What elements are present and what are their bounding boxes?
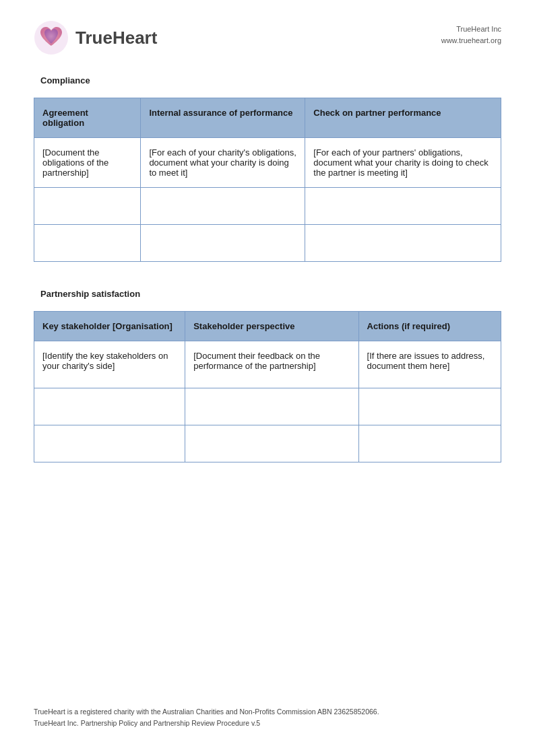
compliance-empty-row-1 (34, 188, 501, 225)
compliance-table: Agreement obligation Internal assurance … (34, 98, 501, 262)
compliance-col-2: Internal assurance of performance (141, 98, 305, 138)
compliance-cell-2-1 (34, 188, 141, 225)
compliance-header-row: Agreement obligation Internal assurance … (34, 98, 501, 138)
satisfaction-header-row: Key stakeholder [Organisation] Stakehold… (34, 312, 501, 341)
website: www.trueheart.org (441, 35, 501, 46)
satisfaction-cell-1-1: [Identify the key stakeholders on your c… (34, 341, 185, 388)
footer-line2: TrueHeart Inc. Partnership Policy and Pa… (34, 718, 501, 729)
satisfaction-cell-2-1 (34, 388, 185, 425)
footer: TrueHeart is a registered charity with t… (34, 686, 501, 729)
compliance-empty-row-2 (34, 225, 501, 262)
compliance-section-title: Compliance (40, 75, 501, 85)
compliance-cell-1-1: [Document the obligations of the partner… (34, 138, 141, 188)
compliance-cell-3-1 (34, 225, 141, 262)
compliance-cell-1-2: [For each of your charity's obligations,… (141, 138, 305, 188)
satisfaction-cell-1-2: [Document their feedback on the performa… (185, 341, 358, 388)
compliance-data-row-1: [Document the obligations of the partner… (34, 138, 501, 188)
compliance-cell-1-3: [For each of your partners' obligations,… (305, 138, 501, 188)
footer-line1: TrueHeart is a registered charity with t… (34, 706, 501, 718)
satisfaction-cell-3-3 (358, 425, 501, 462)
satisfaction-cell-1-3: [If there are issues to address, documen… (358, 341, 501, 388)
satisfaction-col-3: Actions (if required) (358, 312, 501, 341)
satisfaction-table: Key stakeholder [Organisation] Stakehold… (34, 311, 501, 462)
logo-icon (34, 20, 69, 55)
satisfaction-cell-2-3 (358, 388, 501, 425)
satisfaction-col-1: Key stakeholder [Organisation] (34, 312, 185, 341)
compliance-cell-2-2 (141, 188, 305, 225)
satisfaction-data-row-1: [Identify the key stakeholders on your c… (34, 341, 501, 388)
compliance-cell-3-2 (141, 225, 305, 262)
satisfaction-cell-3-2 (185, 425, 358, 462)
compliance-cell-2-3 (305, 188, 501, 225)
satisfaction-empty-row-1 (34, 388, 501, 425)
logo-text: TrueHeart (75, 28, 157, 48)
satisfaction-col-2: Stakeholder perspective (185, 312, 358, 341)
satisfaction-empty-row-2 (34, 425, 501, 462)
page: TrueHeart TrueHeart Inc www.trueheart.or… (0, 0, 535, 756)
compliance-cell-3-3 (305, 225, 501, 262)
compliance-col-1: Agreement obligation (34, 98, 141, 138)
header: TrueHeart TrueHeart Inc www.trueheart.or… (34, 20, 501, 55)
satisfaction-cell-2-2 (185, 388, 358, 425)
satisfaction-section-title: Partnership satisfaction (40, 289, 501, 299)
header-info: TrueHeart Inc www.trueheart.org (441, 24, 501, 46)
logo-area: TrueHeart (34, 20, 157, 55)
company-name: TrueHeart Inc (441, 24, 501, 35)
compliance-col-3: Check on partner performance (305, 98, 501, 138)
satisfaction-cell-3-1 (34, 425, 185, 462)
